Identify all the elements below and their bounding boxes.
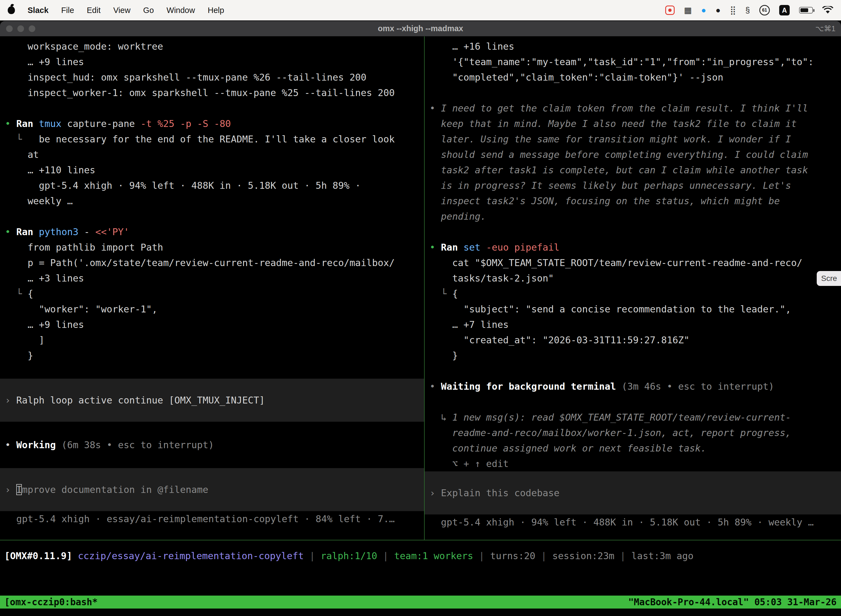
terminal-line: "created_at": "2026-03-31T11:59:27.816Z": [425, 332, 841, 348]
text-run: readme-and-reco/mailbox/worker-1.json, a…: [429, 427, 791, 438]
text-run: •: [429, 242, 441, 253]
waiting-status: • Waiting for background terminal (3m 46…: [425, 378, 841, 394]
status-segment: |: [614, 550, 631, 561]
tmux-host-clock: "MacBook-Pro-44.local" 05:03 31-Mar-26: [628, 597, 837, 607]
apple-icon[interactable]: [8, 6, 15, 14]
zoom-button[interactable]: [29, 25, 35, 32]
terminal-line: [0, 209, 424, 224]
pane-right[interactable]: … +16 lines '{"team_name":"my-team","tas…: [425, 37, 841, 540]
text-run: set: [463, 242, 481, 253]
terminal-line: pending.: [425, 209, 841, 224]
status-segment: [OMX#0.11.9]: [4, 550, 72, 561]
text-run: capture-pane: [62, 118, 141, 129]
menu-item-view[interactable]: View: [113, 6, 130, 15]
pane-footer: gpt-5.4 xhigh · essay/ai-reimplementatio…: [0, 511, 424, 527]
terminal-window: omx --xhigh --madmax ⌥⌘1 workspace_mode:…: [0, 21, 841, 616]
text-run: }: [429, 350, 458, 361]
text-run: '{"team_name":"my-team","task_id":"1","f…: [429, 56, 814, 67]
terminal-line: └ {: [425, 286, 841, 301]
terminal-line: • Ran set -euo pipefail: [425, 239, 841, 255]
terminal-line: cat "$OMX_TEAM_STATE_ROOT/team/review-cu…: [425, 255, 841, 270]
terminal-line: is in progress? It seems likely but perh…: [425, 178, 841, 193]
titlebar[interactable]: omx --xhigh --madmax ⌥⌘1: [0, 21, 841, 37]
app-blue-icon[interactable]: ●: [701, 5, 706, 15]
pane-left[interactable]: workspace_mode: worktree … +9 lines insp…: [0, 37, 424, 540]
text-run: from pathlib import Path: [5, 242, 163, 253]
status-segment: team:1 workers: [394, 550, 473, 561]
terminal-line: • Ran python3 - <<'PY': [0, 224, 424, 239]
terminal-line: ⌥ + ↑ edit: [425, 456, 841, 471]
text-run: at: [5, 149, 39, 160]
text-run: Ran: [441, 242, 463, 253]
terminal-line: tasks/task-2.json": [425, 270, 841, 286]
menu-item-slack[interactable]: Slack: [28, 6, 48, 15]
menu-item-go[interactable]: Go: [143, 6, 154, 15]
terminal-line: [425, 394, 841, 409]
text-run: inspect_worker-1: omx sparkshell --tmux-…: [5, 87, 394, 98]
text-run: tmux: [39, 118, 62, 129]
text-run: Working: [16, 439, 56, 450]
text-run: [5, 365, 10, 377]
text-run: I: [16, 484, 22, 495]
text-run: I need to get the claim token from the c…: [441, 103, 808, 114]
menu-item-edit[interactable]: Edit: [87, 6, 101, 15]
menu-item-help[interactable]: Help: [208, 6, 224, 15]
terminal-line: ]: [0, 332, 424, 348]
close-button[interactable]: [6, 25, 13, 32]
text-run: Ran: [16, 118, 39, 129]
terminal-line: … +7 lines: [425, 317, 841, 332]
text-run: python3: [39, 226, 78, 238]
working-status: • Working (6m 38s • esc to interrupt): [0, 437, 424, 453]
pane-bottom-border: [0, 540, 841, 540]
battery-icon[interactable]: [799, 7, 813, 13]
text-run: … +16 lines: [429, 41, 514, 52]
text-run: └: [5, 288, 28, 299]
text-run: Ran: [16, 226, 39, 238]
text-run: "created_at": "2026-03-31T11:59:27.816Z": [429, 334, 690, 346]
text-run: -t %25 -p -S -80: [141, 118, 231, 129]
wifi-icon[interactable]: [822, 6, 833, 14]
text-run: Waiting for background terminal: [441, 381, 616, 392]
text-run: (3m 46s • esc to interrupt): [616, 381, 774, 392]
terminal-line: … +9 lines: [0, 317, 424, 332]
dots-grid-icon[interactable]: ⣿: [730, 5, 736, 15]
text-run: … +9 lines: [5, 319, 84, 330]
terminal-line: … +110 lines: [0, 162, 424, 178]
terminal-line: … +3 lines: [0, 270, 424, 286]
ralph-loop-banner[interactable]: › Ralph loop active continue [OMX_TMUX_I…: [0, 378, 424, 422]
terminal-line: at: [0, 147, 424, 162]
window-shortcut: ⌥⌘1: [815, 21, 835, 37]
window-title: omx --xhigh --madmax: [0, 24, 841, 33]
minimize-button[interactable]: [18, 25, 24, 32]
terminal-line: "subject": "send a concise recommendatio…: [425, 301, 841, 317]
text-run: gpt-5.4 xhigh · 94% left · 488K in · 5.1…: [429, 517, 814, 528]
input-source-icon[interactable]: A: [779, 5, 790, 15]
screenshot-notification[interactable]: Scre: [817, 271, 841, 286]
menu-item-window[interactable]: Window: [167, 6, 195, 15]
window-grid-icon[interactable]: ▦: [684, 5, 692, 15]
terminal-line: ↳ 1 new msg(s): read $OMX_TEAM_STATE_ROO…: [425, 409, 841, 425]
terminal-line: p = Path('.omx/state/team/review-current…: [0, 255, 424, 270]
status-segment: |: [535, 550, 552, 561]
terminal-line: [0, 422, 424, 437]
terminal-line: inspect_worker-1: omx sparkshell --tmux-…: [0, 85, 424, 100]
menu-status-icons: ▦●●⣿§61A: [665, 5, 833, 15]
terminal-line: [0, 453, 424, 468]
terminal-line: "completed","claim_token":"claim-token"}…: [425, 70, 841, 85]
text-run: task2 after task1 is complete, but can I…: [429, 164, 808, 176]
prompt-input[interactable]: › Improve documentation in @filename: [0, 468, 424, 511]
terminal-line: from pathlib import Path: [0, 239, 424, 255]
text-run: [5, 103, 10, 114]
terminal-line: workspace_mode: worktree: [0, 39, 424, 54]
menu-item-file[interactable]: File: [61, 6, 74, 15]
prompt-suggestion[interactable]: › Explain this codebase: [425, 471, 841, 515]
app-dark-icon[interactable]: ●: [715, 5, 721, 15]
text-run: is in progress? It seems likely but perh…: [429, 180, 791, 191]
terminal-line: [0, 363, 424, 378]
text-run: later. Using the same for transition mig…: [429, 133, 791, 145]
battery-percent-icon[interactable]: 61: [759, 5, 770, 15]
screen-recording-icon[interactable]: [665, 6, 675, 15]
utility-app-icon[interactable]: §: [745, 5, 750, 15]
text-run: ›: [5, 395, 16, 406]
text-run: cat "$OMX_TEAM_STATE_ROOT/team/review-cu…: [429, 257, 802, 268]
